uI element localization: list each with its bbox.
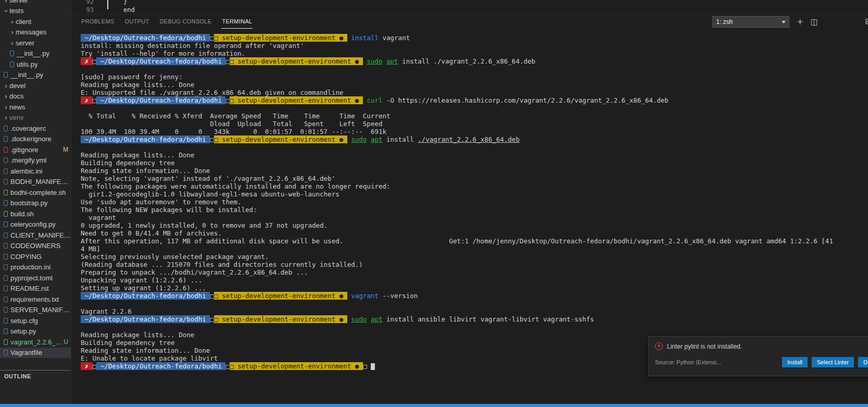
terminal-line: Vagrant 2.2.6 <box>81 307 868 315</box>
file-tree: ›server›tests›client›messages›server__in… <box>0 0 71 358</box>
file-item-init-py[interactable]: __init__.py <box>0 48 71 59</box>
new-terminal-icon[interactable]: + <box>797 18 803 26</box>
file-label: client <box>16 18 31 26</box>
python-file-icon <box>4 72 8 78</box>
file-item-init-py[interactable]: __init__.py <box>0 70 71 81</box>
file-label: news <box>9 103 25 111</box>
config-file-icon <box>4 275 8 281</box>
terminal-line: vagrant <box>81 214 868 221</box>
terminal-line: Use 'sudo apt autoremove' to remove them… <box>81 198 868 206</box>
file-item-vagrant-2-2-6-x[interactable]: vagrant_2.2.6_x...U <box>0 337 71 348</box>
file-item-server-manifest-in[interactable]: SERVER_MANIFEST.in <box>0 305 71 316</box>
do-button[interactable]: Do <box>858 357 868 367</box>
editor-lines: 92}93end <box>71 0 868 14</box>
file-item-readme-rst[interactable]: README.rst <box>0 283 71 294</box>
terminal-line: install: missing destination file operan… <box>81 42 868 50</box>
prompt-error-segment: ✗ <box>81 96 93 104</box>
file-item-gitignore[interactable]: .gitignoreM <box>0 144 71 155</box>
terminal-line: ✗ □ ~/Desktop/Outreach-fedora/bodhi □□ s… <box>81 57 868 65</box>
config-file-icon <box>4 264 8 270</box>
editor-cursor <box>107 0 108 9</box>
file-item-alembic-ini[interactable]: alembic.ini <box>0 166 71 177</box>
file-item-coveragerc[interactable]: .coveragerc <box>0 123 71 134</box>
file-label: pyproject.toml <box>10 274 53 282</box>
outline-label: OUTLINE <box>4 373 31 379</box>
file-item-mergify-yml[interactable]: .mergify.yml <box>0 155 71 166</box>
folder-item-client[interactable]: ›client <box>0 16 71 27</box>
chevron-right-icon: › <box>9 29 16 35</box>
file-item-copying[interactable]: COPYING <box>0 251 71 262</box>
file-label: tests <box>9 7 23 15</box>
file-item-setup-py[interactable]: setup.py <box>0 326 71 337</box>
text-file-icon <box>4 297 8 302</box>
editor-region[interactable]: 92}93end <box>71 0 868 14</box>
select-linter-button[interactable]: Select Linter <box>812 357 854 367</box>
outline-section-header[interactable]: OUTLINE <box>0 370 71 381</box>
text-file-icon <box>4 254 8 260</box>
file-item-celeryconfig-py[interactable]: celeryconfig.py <box>0 219 71 230</box>
panel-tab-problems[interactable]: PROBLEMS <box>81 15 115 29</box>
file-label: .gitignore <box>10 146 38 154</box>
file-label: Vagrantfile <box>10 349 42 356</box>
file-label: bodhi-complete.sh <box>10 189 66 196</box>
file-item-bodhi-manifest-in[interactable]: BODHI_MANIFEST.in <box>0 177 71 188</box>
folder-item-server[interactable]: ›server <box>0 0 71 6</box>
file-label: devel <box>9 82 26 90</box>
folder-item-venv[interactable]: ›venv <box>0 113 71 124</box>
file-item-production-ini[interactable]: production.ini <box>0 262 71 273</box>
file-item-setup-cfg[interactable]: setup.cfg <box>0 315 71 326</box>
terminal-line: Reading package lists... Done <box>81 151 868 159</box>
file-item-bootstrap-py[interactable]: bootstrap.py <box>0 198 71 209</box>
yaml-file-icon <box>4 157 8 163</box>
panel-tab-terminal[interactable]: TERMINAL <box>221 15 253 29</box>
folder-item-messages[interactable]: ›messages <box>0 27 71 38</box>
file-label: requirements.txt <box>10 295 59 303</box>
file-item-dockerignore[interactable]: .dockerignore <box>0 134 71 145</box>
file-item-build-sh[interactable]: build.sh <box>0 208 71 219</box>
line-number: 92 <box>71 0 94 6</box>
terminal-line: Dload Upload Total Spent Left Speed <box>81 120 868 128</box>
file-label: __init__.py <box>17 50 49 57</box>
git-icon <box>4 147 8 153</box>
python-file-icon <box>10 61 14 67</box>
folder-item-server[interactable]: ›server <box>0 38 71 48</box>
prompt-path-segment: ~/Desktop/Outreach-fedora/bodhi <box>81 315 210 323</box>
panel-tab-output[interactable]: OUTPUT <box>124 15 150 29</box>
file-label: venv <box>9 114 23 121</box>
shell-selector-value: 1: zsh <box>716 18 782 26</box>
prompt-git-branch-segment: □ setup-development-environment ● <box>214 34 347 42</box>
file-item-codeowners[interactable]: CODEOWNERS <box>0 241 71 252</box>
panel-tabs: PROBLEMSOUTPUTDEBUG CONSOLETERMINAL <box>81 15 262 29</box>
folder-item-devel[interactable]: ›devel <box>0 80 71 91</box>
folder-item-news[interactable]: ›news <box>0 102 71 113</box>
file-item-client-manifest-in[interactable]: CLIENT_MANIFEST.in <box>0 230 71 241</box>
file-label: setup.cfg <box>10 317 38 325</box>
prompt-git-branch-segment: □ setup-development-environment ● <box>214 315 347 323</box>
file-item-pyproject-toml[interactable]: pyproject.toml <box>0 273 71 283</box>
file-label: .mergify.yml <box>10 156 46 164</box>
file-item-requirements-txt[interactable]: requirements.txt <box>0 294 71 305</box>
file-item-vagrantfile[interactable]: Vagrantfile <box>0 348 71 359</box>
folder-item-tests[interactable]: ›tests <box>0 6 71 17</box>
terminal-line: [sudo] password for jenny: <box>81 73 868 81</box>
shell-script-icon <box>4 211 8 217</box>
terminal-line: Reading state information... Done <box>81 167 868 175</box>
split-terminal-icon[interactable]: ◫ <box>811 18 818 26</box>
prompt-path-segment: ~/Desktop/Outreach-fedora/bodhi <box>81 34 210 42</box>
git-status-badge: U <box>64 338 71 346</box>
prompt-git-branch-segment: □ setup-development-environment ● <box>230 362 363 370</box>
terminal-line: Reading package lists... Done <box>81 81 868 89</box>
shell-script-icon <box>4 190 8 195</box>
file-item-utils-py[interactable]: utils.py <box>0 59 71 70</box>
maximize-panel-icon[interactable]: ⊞ <box>865 18 868 26</box>
panel-tab-debug-console[interactable]: DEBUG CONSOLE <box>159 15 212 29</box>
file-item-bodhi-complete-sh[interactable]: bodhi-complete.sh <box>0 187 71 198</box>
folder-item-docs[interactable]: ›docs <box>0 91 71 102</box>
prompt-error-segment: ✗ <box>81 362 93 370</box>
terminal-shell-selector[interactable]: 1: zsh <box>712 16 789 28</box>
install-button[interactable]: Install <box>782 357 808 367</box>
panel-actions: 1: zsh + ◫ <box>712 16 818 28</box>
prompt-git-branch-segment: □ setup-development-environment ● <box>230 96 363 104</box>
prompt-path-segment: ~/Desktop/Outreach-fedora/bodhi <box>96 96 225 104</box>
chevron-right-icon: › <box>9 40 16 46</box>
